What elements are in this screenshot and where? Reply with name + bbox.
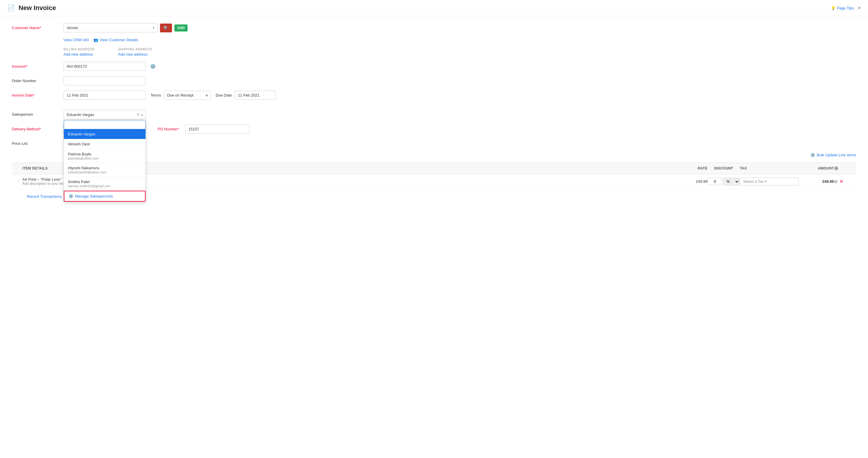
shipping-address-block: SHIPPING ADDRESS Add new address bbox=[118, 48, 152, 57]
price-list-label: Price List bbox=[12, 139, 59, 146]
add-billing-address-link[interactable]: Add new address bbox=[63, 52, 93, 57]
order-number-row: Order Number bbox=[12, 76, 856, 85]
invoice-number-label: Invoice#* bbox=[12, 62, 59, 68]
invoice-number-row: Invoice#* ⚙️ bbox=[12, 62, 856, 71]
remove-row-icon[interactable]: ✕ bbox=[839, 179, 843, 184]
add-shipping-address-link[interactable]: Add new address bbox=[118, 52, 147, 57]
salesperson-option-smitha[interactable]: Smitha Patel hannas.smith432@gmail.com bbox=[64, 177, 146, 191]
due-date-label: Due Date bbox=[216, 93, 232, 97]
drag-handle[interactable]: ⋮⋮ bbox=[17, 179, 22, 184]
form-area: Customer Name* Airmet ▾ 🔍 USD View CRM I… bbox=[0, 16, 868, 211]
customer-name-select[interactable]: Airmet ▾ bbox=[63, 23, 158, 32]
salesperson-label: Salesperson bbox=[12, 110, 59, 117]
salesperson-select[interactable]: Eduardo Vargas × ▴ bbox=[63, 110, 146, 119]
salesperson-select-controls: × ▴ bbox=[137, 112, 143, 117]
page-header: 📄 New Invoice 💡 Page Tips × bbox=[0, 0, 868, 16]
view-customer-details-link[interactable]: 👥 View Customer Details bbox=[93, 38, 138, 42]
invoice-date-label: Invoice Date* bbox=[12, 91, 59, 97]
gear-bulk-icon: ⚙️ bbox=[810, 153, 815, 157]
search-button[interactable]: 🔍 bbox=[160, 24, 172, 32]
amount-cell: 249.99 bbox=[799, 179, 834, 184]
invoice-date-row: Invoice Date* Terms Due on Receipt Net 1… bbox=[12, 91, 856, 100]
add-item-section: Recent Transactions bbox=[22, 192, 851, 201]
order-number-controls bbox=[63, 76, 856, 85]
recent-transactions-link[interactable]: Recent Transactions bbox=[27, 194, 62, 199]
order-number-input[interactable] bbox=[63, 76, 146, 85]
invoice-number-input[interactable] bbox=[63, 62, 146, 71]
customer-name-row: Customer Name* Airmet ▾ 🔍 USD View CRM I… bbox=[12, 23, 856, 42]
page-title: New Invoice bbox=[19, 4, 56, 12]
page-container: 📄 New Invoice 💡 Page Tips × Customer Nam… bbox=[0, 0, 868, 458]
clear-salesperson-button[interactable]: × bbox=[137, 112, 140, 117]
terms-select[interactable]: Due on Receipt Net 15 Net 30 Net 45 bbox=[164, 91, 211, 100]
page-tips-label: Page Tips bbox=[837, 6, 854, 10]
terms-select-wrapper: Due on Receipt Net 15 Net 30 Net 45 bbox=[164, 91, 211, 100]
discount-type-select[interactable]: % Flat bbox=[723, 178, 740, 185]
manage-salespersons-label: Manage Salespersons bbox=[75, 194, 113, 198]
address-section: BILLING ADDRESS Add new address SHIPPING… bbox=[63, 48, 856, 57]
rate-header: RATE bbox=[678, 166, 708, 170]
salesperson-value: Eduardo Vargas bbox=[67, 112, 94, 117]
view-crm-info-link[interactable]: View CRM Info bbox=[63, 38, 89, 42]
tax-header: TAX bbox=[740, 166, 799, 170]
rate-value: 249.99 bbox=[696, 179, 708, 184]
order-number-label: Order Number bbox=[12, 76, 59, 83]
tax-cell: Select a Tax ▾ bbox=[740, 177, 799, 185]
row-actions: ⊕ ✕ bbox=[834, 179, 851, 184]
chevron-down-icon: ▾ bbox=[153, 26, 154, 29]
po-number-section: PO Number* bbox=[158, 124, 250, 134]
invoice-number-controls: ⚙️ bbox=[63, 62, 856, 71]
tax-placeholder: Select a Tax bbox=[743, 179, 764, 184]
add-column-icon[interactable]: ⊕ bbox=[834, 165, 838, 171]
amount-value: 249.99 bbox=[822, 179, 834, 184]
billing-address-label: BILLING ADDRESS bbox=[63, 48, 94, 51]
discount-controls: % Flat bbox=[708, 178, 740, 185]
actions-header: ⊕ bbox=[834, 165, 851, 172]
recent-transactions-section: Recent Transactions bbox=[22, 192, 851, 201]
invoice-icon: 📄 bbox=[7, 4, 15, 12]
salesperson-search-input[interactable] bbox=[64, 120, 146, 129]
salesperson-dropdown: Eduardo Vargas Himesh Deol Patricia Boyl… bbox=[63, 120, 146, 202]
collapse-salesperson-button[interactable]: ▴ bbox=[141, 113, 143, 116]
salesperson-option-himesh[interactable]: Himesh Deol bbox=[64, 139, 146, 149]
header-right: 💡 Page Tips × bbox=[831, 5, 861, 11]
discount-cell: % Flat bbox=[708, 178, 740, 185]
salesperson-row: Salesperson Eduardo Vargas × ▴ Edu bbox=[12, 110, 856, 119]
discount-input[interactable] bbox=[708, 178, 722, 185]
due-date-input[interactable] bbox=[235, 91, 276, 100]
customer-name-controls: Airmet ▾ 🔍 USD View CRM Info 👥 View Cust… bbox=[63, 23, 856, 42]
delivery-method-controls: PO Number* bbox=[63, 124, 856, 134]
rate-cell: 249.99 bbox=[678, 179, 708, 184]
due-date-section: Due Date bbox=[216, 91, 276, 100]
manage-salespersons-icon: ⚙️ bbox=[68, 194, 73, 198]
close-button[interactable]: × bbox=[858, 5, 861, 11]
discount-header: DISCOUNT bbox=[708, 166, 740, 170]
customer-name-value: Airmet bbox=[67, 26, 78, 30]
currency-badge[interactable]: USD bbox=[174, 24, 188, 31]
lightbulb-icon: 💡 bbox=[831, 6, 836, 10]
amount-header: AMOUNT bbox=[799, 166, 834, 170]
header-left: 📄 New Invoice bbox=[7, 4, 56, 12]
delivery-method-label: Delivery Method* bbox=[12, 124, 59, 131]
manage-salespersons-button[interactable]: ⚙️ Manage Salespersons bbox=[64, 191, 146, 202]
salesperson-controls: Eduardo Vargas × ▴ Eduardo Vargas bbox=[63, 110, 856, 119]
invoice-date-input[interactable] bbox=[63, 91, 146, 100]
tax-select[interactable]: Select a Tax ▾ bbox=[740, 177, 799, 185]
terms-section: Terms Due on Receipt Net 15 Net 30 Net 4… bbox=[151, 91, 211, 100]
row-action-buttons: ⊕ ✕ bbox=[834, 179, 851, 184]
shipping-address-label: SHIPPING ADDRESS bbox=[118, 48, 152, 51]
terms-label: Terms bbox=[151, 93, 161, 97]
row-options-icon[interactable]: ⊕ bbox=[834, 179, 838, 184]
salesperson-wrapper: Eduardo Vargas × ▴ Eduardo Vargas bbox=[63, 110, 146, 119]
salesperson-option-patricia[interactable]: Patricia Boyle patriciab@zillum.com bbox=[64, 149, 146, 163]
salesperson-option-hiyoshi[interactable]: Hiyoshi Nakamura kylesinclair95@yahoo.co… bbox=[64, 163, 146, 177]
bulk-update-button[interactable]: ⚙️ Bulk Update Line Items bbox=[810, 153, 856, 157]
people-icon: 👥 bbox=[93, 38, 98, 42]
customer-name-label: Customer Name* bbox=[12, 23, 59, 30]
po-number-input[interactable] bbox=[185, 124, 250, 134]
billing-address-block: BILLING ADDRESS Add new address bbox=[63, 48, 94, 57]
gear-icon[interactable]: ⚙️ bbox=[150, 64, 156, 69]
tax-chevron-icon: ▾ bbox=[765, 180, 767, 183]
page-tips-button[interactable]: 💡 Page Tips bbox=[831, 6, 854, 10]
salesperson-option-eduardo[interactable]: Eduardo Vargas bbox=[64, 129, 146, 139]
